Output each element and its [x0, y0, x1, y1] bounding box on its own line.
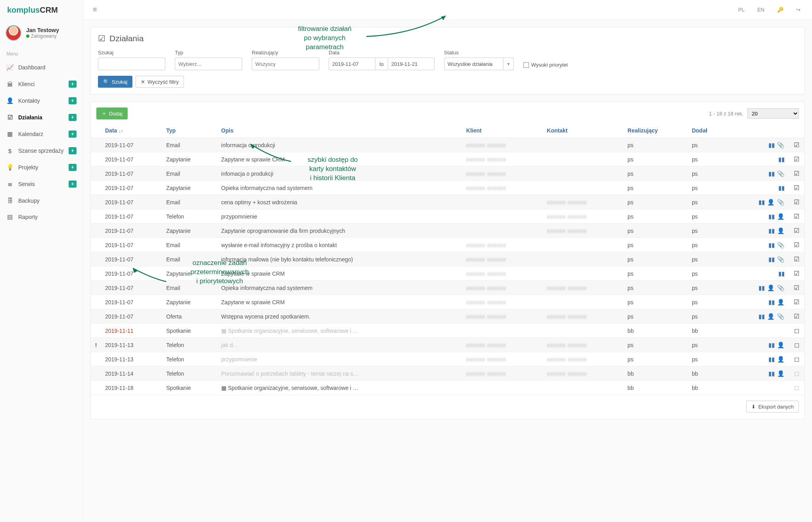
chart-icon[interactable]: ▮▮ — [758, 284, 765, 291]
table-row[interactable]: 2019-11-14 Telefon Porozmawiać o potrzeb… — [91, 367, 804, 381]
hamburger-icon[interactable]: ≡ — [89, 3, 101, 16]
col-type[interactable]: Typ — [162, 123, 217, 138]
person-icon[interactable]: 👤 — [767, 313, 775, 320]
chevron-down-icon[interactable]: ▼ — [504, 58, 514, 70]
export-button[interactable]: ⬇Eksport danych — [746, 401, 799, 413]
sidebar-item-klienci[interactable]: 🏛Klienci+ — [0, 76, 83, 92]
add-badge-icon[interactable]: + — [69, 147, 77, 154]
row-check-icon[interactable]: ☑ — [789, 209, 804, 224]
clip-icon[interactable]: 📎 — [777, 242, 785, 248]
table-row[interactable]: 2019-11-07 Email informacja mailowa (nie… — [91, 252, 804, 267]
row-check-icon[interactable]: ☑ — [789, 152, 804, 167]
table-row[interactable]: ! 2019-11-13 Telefon jak d… xxxxxx xxxxx… — [91, 338, 804, 352]
table-row[interactable]: 2019-11-07 Email Opieka informatyczna na… — [91, 281, 804, 295]
row-check-icon[interactable]: ◻ — [789, 381, 804, 395]
logout-icon[interactable]: ↪ — [790, 3, 806, 16]
type-select[interactable] — [175, 58, 242, 70]
chart-icon[interactable]: ▮▮ — [778, 270, 785, 277]
page-size-select[interactable]: 20 — [747, 108, 799, 119]
add-badge-icon[interactable]: + — [69, 164, 77, 171]
sidebar-item-serwis[interactable]: ≣Serwis+ — [0, 176, 83, 192]
add-badge-icon[interactable]: + — [69, 180, 77, 188]
col-assignee[interactable]: Realizujący — [624, 123, 688, 138]
sidebar-item-projekty[interactable]: 💡Projekty+ — [0, 159, 83, 176]
row-check-icon[interactable]: ☑ — [789, 167, 804, 181]
clip-icon[interactable]: 📎 — [777, 284, 785, 291]
lang-en[interactable]: EN — [751, 3, 770, 16]
chart-icon[interactable]: ▮▮ — [758, 313, 765, 320]
chart-icon[interactable]: ▮▮ — [768, 170, 775, 177]
table-row[interactable]: 2019-11-07 Email cena optimy + koszt wdr… — [91, 195, 804, 209]
brand-logo[interactable]: komplusCRM — [0, 0, 83, 20]
row-check-icon[interactable]: ◻ — [789, 324, 804, 338]
row-check-icon[interactable]: ◻ — [789, 338, 804, 352]
row-check-icon[interactable]: ◻ — [789, 367, 804, 381]
col-desc[interactable]: Opis — [217, 123, 462, 138]
person-icon[interactable]: 👤 — [777, 342, 785, 348]
row-check-icon[interactable]: ☑ — [789, 252, 804, 267]
chart-icon[interactable]: ▮▮ — [768, 142, 775, 148]
assignee-select[interactable] — [252, 58, 319, 70]
row-check-icon[interactable]: ☑ — [789, 138, 804, 152]
add-badge-icon[interactable]: + — [69, 81, 77, 88]
person-icon[interactable]: 👤 — [777, 356, 785, 363]
table-row[interactable]: 2019-11-07 Zapytanie Zapytane w sprawie … — [91, 295, 804, 309]
col-date[interactable]: Data ↓↑ — [101, 123, 162, 138]
chart-icon[interactable]: ▮▮ — [768, 356, 775, 363]
add-badge-icon[interactable]: + — [69, 130, 77, 138]
sidebar-item-szanse sprzedaży[interactable]: $Szanse sprzedaży+ — [0, 142, 83, 159]
date-from-input[interactable] — [329, 58, 375, 70]
table-row[interactable]: 2019-11-07 Zapytanie Zapytane w sprawie … — [91, 152, 804, 167]
table-row[interactable]: 2019-11-13 Telefon przypomnienie xxxxxx … — [91, 352, 804, 367]
chart-icon[interactable]: ▮▮ — [768, 342, 775, 348]
person-icon[interactable]: 👤 — [767, 199, 775, 205]
row-check-icon[interactable]: ☑ — [789, 267, 804, 281]
table-row[interactable]: 2019-11-07 Zapytanie Opieka informatyczn… — [91, 181, 804, 195]
table-row[interactable]: 2019-11-07 Telefon przypomnienie xxxxxx … — [91, 209, 804, 224]
chart-icon[interactable]: ▮▮ — [778, 184, 785, 191]
table-row[interactable]: 2019-11-07 Email wysłanie e-mail infomac… — [91, 238, 804, 252]
clear-filters-button[interactable]: ✕Wyczyść filtry — [136, 76, 184, 88]
sidebar-item-działania[interactable]: ☑Działania+ — [0, 109, 83, 126]
add-button[interactable]: ＋Dodaj — [96, 107, 128, 119]
table-row[interactable]: 2019-11-11 Spotkanie ▦ Spotkanie organiz… — [91, 324, 804, 338]
add-badge-icon[interactable]: + — [69, 114, 77, 121]
table-row[interactable]: 2019-11-07 Oferta Wstępna wycena przed s… — [91, 309, 804, 324]
key-icon[interactable]: 🔑 — [771, 3, 789, 16]
row-check-icon[interactable]: ☑ — [789, 309, 804, 324]
chart-icon[interactable]: ▮▮ — [768, 256, 775, 263]
date-to-input[interactable] — [388, 58, 435, 70]
chart-icon[interactable]: ▮▮ — [768, 242, 775, 248]
person-icon[interactable]: 👤 — [767, 284, 775, 291]
add-badge-icon[interactable]: + — [69, 97, 77, 104]
person-icon[interactable]: 👤 — [777, 227, 785, 234]
row-check-icon[interactable]: ☑ — [789, 281, 804, 295]
col-added[interactable]: Dodał — [688, 123, 727, 138]
search-button[interactable]: 🔍Szukaj — [98, 76, 132, 88]
clip-icon[interactable]: 📎 — [777, 199, 785, 205]
status-select[interactable] — [444, 58, 504, 70]
chart-icon[interactable]: ▮▮ — [768, 213, 775, 220]
col-client[interactable]: Klient — [462, 123, 543, 138]
clip-icon[interactable]: 📎 — [777, 256, 785, 263]
chart-icon[interactable]: ▮▮ — [768, 227, 775, 234]
sidebar-item-raporty[interactable]: ▤Raporty — [0, 209, 83, 225]
chart-icon[interactable]: ▮▮ — [778, 156, 785, 163]
chart-icon[interactable]: ▮▮ — [768, 299, 775, 305]
table-row[interactable]: 2019-11-18 Spotkanie ▦ Spotkanie organiz… — [91, 381, 804, 395]
sidebar-item-dashboard[interactable]: 📈Dashboard — [0, 59, 83, 76]
row-check-icon[interactable]: ☑ — [789, 238, 804, 252]
clip-icon[interactable]: 📎 — [777, 142, 785, 148]
person-icon[interactable]: 👤 — [777, 299, 785, 305]
lang-pl[interactable]: PL — [732, 3, 751, 16]
chart-icon[interactable]: ▮▮ — [768, 370, 775, 377]
user-block[interactable]: Jan Testowy Zalogowany — [0, 20, 83, 46]
row-check-icon[interactable]: ☑ — [789, 195, 804, 209]
row-check-icon[interactable]: ☑ — [789, 181, 804, 195]
search-input[interactable] — [98, 58, 165, 70]
row-check-icon[interactable]: ◻ — [789, 352, 804, 367]
person-icon[interactable]: 👤 — [777, 213, 785, 220]
row-check-icon[interactable]: ☑ — [789, 295, 804, 309]
sidebar-item-kalendarz[interactable]: ▦Kalendarz+ — [0, 126, 83, 142]
clip-icon[interactable]: 📎 — [777, 313, 785, 320]
